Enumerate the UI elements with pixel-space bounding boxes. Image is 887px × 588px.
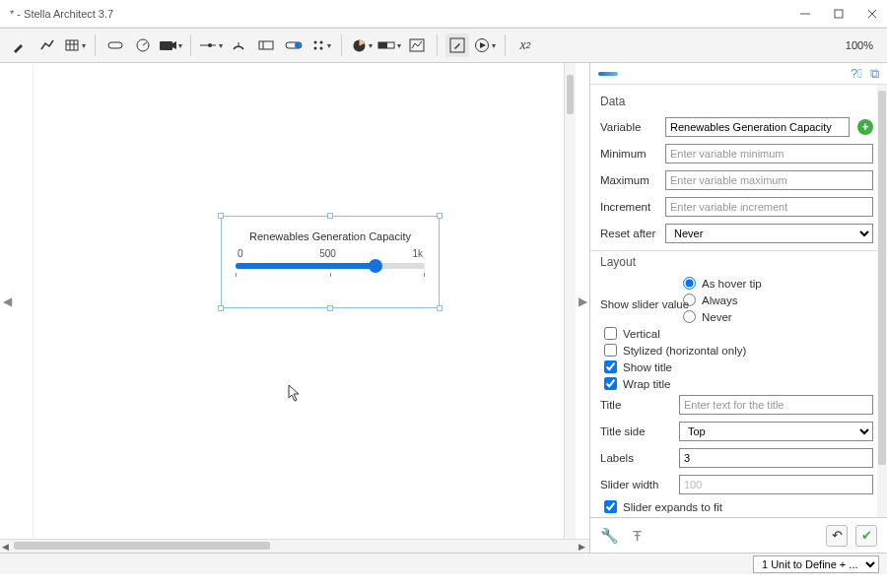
minimize-button[interactable] (800, 9, 810, 19)
slider-tool-icon[interactable]: ▾ (199, 33, 223, 57)
slider-thumb[interactable] (369, 259, 382, 273)
add-variable-button[interactable]: + (857, 119, 873, 135)
slider-fill (236, 263, 375, 269)
properties-panel: ?⃝ ⧉ Data Variable + Minimum Maximum Inc… (589, 63, 887, 553)
title-input[interactable] (679, 395, 873, 415)
gauge-tool-icon[interactable] (131, 33, 155, 57)
svg-point-23 (320, 47, 323, 50)
options-tool-icon[interactable]: ▾ (309, 33, 333, 57)
apply-button[interactable]: ✔ (855, 525, 877, 547)
popout-icon[interactable]: ⧉ (870, 66, 879, 82)
svg-rect-16 (259, 41, 273, 49)
svg-point-19 (295, 42, 301, 48)
svg-marker-30 (480, 42, 486, 48)
slider-scale-mid: 500 (319, 248, 336, 259)
svg-marker-12 (172, 41, 176, 49)
svg-point-21 (320, 41, 323, 44)
window-controls (800, 9, 877, 19)
reset-after-label: Reset after (600, 228, 661, 239)
increment-input[interactable] (665, 197, 873, 217)
window-title: * - Stella Architect 3.7 (10, 8, 113, 20)
maximum-input[interactable] (665, 170, 873, 190)
check-vertical[interactable] (604, 327, 617, 340)
pie-tool-icon[interactable]: ▾ (350, 33, 374, 57)
style-tab-icon[interactable]: Ŧ (633, 527, 642, 545)
close-button[interactable] (867, 9, 877, 19)
line-chart-icon[interactable] (35, 33, 59, 57)
undo-button[interactable]: ↶ (826, 525, 848, 547)
resize-handle[interactable] (437, 305, 443, 311)
maximum-label: Maximum (600, 174, 661, 186)
play-icon[interactable]: ▾ (473, 33, 497, 57)
title-label: Title (600, 399, 675, 411)
slider-width-input (679, 475, 873, 494)
check-show-title[interactable] (604, 360, 617, 373)
resize-handle[interactable] (327, 213, 333, 219)
title-side-label: Title side (600, 425, 675, 437)
variable-input[interactable] (665, 117, 850, 137)
resize-handle[interactable] (218, 305, 224, 311)
widget-title: Renewables Generation Capacity (234, 230, 427, 242)
svg-point-14 (208, 43, 212, 47)
help-icon[interactable]: ?⃝ (851, 66, 862, 82)
edit-mode-icon[interactable] (445, 33, 469, 57)
radio-hover-tip[interactable] (683, 277, 696, 290)
variable-label: Variable (600, 121, 661, 133)
knob-tool-icon[interactable] (227, 33, 250, 57)
data-section-header: Data (600, 95, 873, 108)
svg-rect-26 (378, 42, 387, 48)
slider-scale-min: 0 (238, 248, 243, 259)
panel-vertical-scrollbar[interactable] (877, 85, 887, 517)
panel-object-icon (598, 72, 618, 76)
svg-rect-8 (108, 42, 122, 48)
resize-handle[interactable] (218, 213, 224, 219)
canvas-vertical-scrollbar[interactable] (564, 63, 576, 539)
svg-rect-4 (66, 40, 78, 50)
canvas-horizontal-scrollbar[interactable]: ◀▶ (0, 539, 589, 553)
increment-label: Increment (600, 201, 661, 213)
slider-width-label: Slider width (600, 479, 675, 490)
labels-label: Labels (600, 452, 675, 464)
next-page-arrow-icon[interactable]: ▶ (576, 63, 589, 539)
svg-point-22 (314, 47, 317, 50)
brush-tool-icon[interactable] (8, 33, 32, 57)
slider-widget[interactable]: Renewables Generation Capacity 0 500 1k (221, 216, 440, 308)
wrench-tab-icon[interactable]: 🔧 (600, 527, 619, 545)
svg-rect-11 (160, 41, 172, 50)
progress-tool-icon[interactable]: ▾ (377, 33, 401, 57)
show-slider-value-label: Show slider value (600, 298, 689, 310)
svg-rect-1 (835, 10, 843, 18)
check-wrap-title[interactable] (604, 377, 617, 390)
input-tool-icon[interactable] (254, 33, 278, 57)
zoom-indicator[interactable]: 100% (846, 39, 879, 51)
table-icon[interactable]: ▾ (63, 33, 87, 57)
canvas[interactable]: Renewables Generation Capacity 0 500 1k (34, 63, 564, 539)
mouse-cursor-icon (288, 384, 302, 402)
check-expands[interactable] (604, 500, 617, 513)
radio-never[interactable] (683, 310, 696, 323)
labels-input[interactable] (679, 448, 873, 468)
layout-section-header: Layout (600, 255, 873, 269)
maximize-button[interactable] (834, 9, 844, 19)
equation-icon[interactable]: x2 (513, 33, 537, 57)
units-status-select[interactable]: 1 Unit to Define + ... (753, 555, 879, 573)
resize-handle[interactable] (437, 213, 443, 219)
status-bar: 1 Unit to Define + ... (0, 553, 887, 574)
title-side-select[interactable]: Top (679, 422, 873, 441)
resize-handle[interactable] (327, 305, 333, 311)
svg-line-10 (143, 42, 147, 45)
spark-tool-icon[interactable] (405, 33, 429, 57)
reset-after-select[interactable]: Never (665, 224, 873, 243)
prev-page-arrow-icon[interactable]: ◀ (0, 63, 14, 539)
camera-tool-icon[interactable]: ▾ (159, 33, 182, 57)
slider-track[interactable] (236, 263, 425, 269)
svg-point-20 (314, 41, 317, 44)
minimum-label: Minimum (600, 148, 661, 160)
check-stylized[interactable] (604, 344, 617, 357)
minimum-input[interactable] (665, 144, 873, 163)
toolbar: ▾ ▾ ▾ ▾ ▾ ▾ ▾ x2 100% (0, 28, 887, 63)
toggle-tool-icon[interactable] (282, 33, 306, 57)
window-titlebar: * - Stella Architect 3.7 (0, 0, 887, 28)
pill-tool-icon[interactable] (103, 33, 127, 57)
slider-scale-max: 1k (412, 248, 423, 259)
